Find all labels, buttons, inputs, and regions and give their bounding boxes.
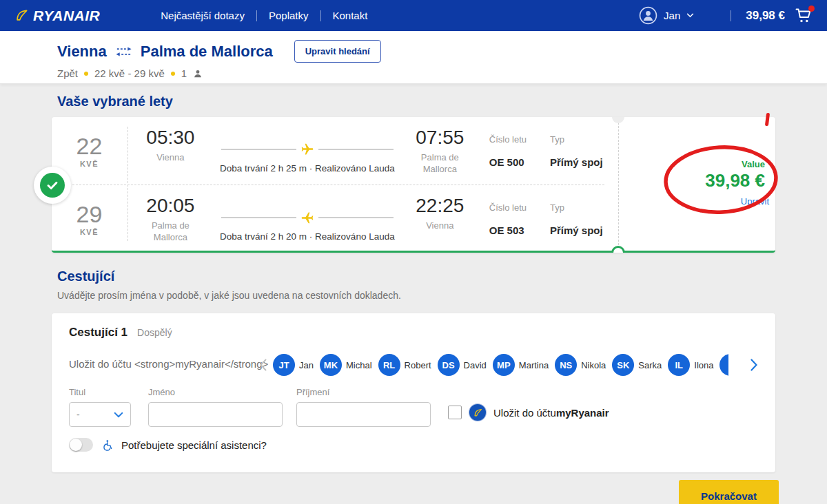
passenger-heading: Cestující 1 <box>69 326 127 339</box>
carousel-next-icon[interactable] <box>751 359 757 374</box>
save-account-checkbox[interactable] <box>448 406 462 419</box>
passengers-subtitle: Uvádějte prosím jména v podobě, v jaké j… <box>57 290 401 301</box>
top-bar-divider <box>731 10 731 21</box>
special-assistance-toggle[interactable] <box>69 438 93 452</box>
return-arrival-city: Vienna <box>409 220 471 232</box>
chevron-down-icon <box>114 412 123 418</box>
top-bar-right: Jan 39,98 € <box>639 6 812 25</box>
passenger-card: Cestující 1 Dospělý Uložit do účtu <stro… <box>52 313 775 472</box>
return-departure-time: 20:05 <box>132 196 209 216</box>
saved-passenger-chip[interactable]: MP Martina <box>493 354 549 376</box>
avatar: MK <box>320 354 342 376</box>
saved-passenger-chip[interactable]: JT Jan <box>273 354 314 376</box>
top-navigation-bar: RYANAIR Nejčastější dotazy Poplatky Kont… <box>0 0 827 31</box>
toggle-knob <box>70 439 82 451</box>
top-nav-links: Nejčastější dotazy Poplatky Kontakt <box>161 10 367 21</box>
carousel-prev-icon[interactable] <box>260 359 267 371</box>
outbound-flight-number: Číslo letu OE 500 <box>489 117 547 185</box>
return-route: Doba trvání 2 h 20 m · Realizováno Lauda <box>221 185 394 253</box>
nav-divider <box>320 10 321 21</box>
nav-divider <box>256 10 257 21</box>
route-title: Vienna Palma de Mallorca Upravit hledání <box>57 40 827 63</box>
passenger-count: 1 <box>181 67 187 79</box>
outbound-flight-type: Typ Přímý spoj <box>550 117 618 185</box>
saved-passenger-chip[interactable]: NS Nikola <box>555 354 606 376</box>
return-flight-number: Číslo letu OE 503 <box>489 185 547 253</box>
wheelchair-icon <box>101 439 113 451</box>
cart-total: 39,98 € <box>746 9 785 23</box>
first-name-label: Jméno <box>148 387 283 397</box>
return-flight-type: Typ Přímý spoj <box>550 185 618 253</box>
harp-icon <box>15 9 28 22</box>
avatar: SK <box>612 354 634 376</box>
outbound-duration: Doba trvání 2 h 25 m · Realizováno Lauda <box>220 163 395 174</box>
title-label: Titul <box>69 387 131 397</box>
outbound-route: Doba trvání 2 h 25 m · Realizováno Lauda <box>221 117 394 185</box>
trip-dates: 22 kvě - 29 kvě <box>94 67 165 79</box>
dot-separator <box>171 72 175 76</box>
outbound-departure-city: Vienna <box>139 152 201 164</box>
brand-name: RYANAIR <box>33 8 100 24</box>
return-departure-city: Palma de Mallorca <box>139 220 201 244</box>
outbound-departure-time: 05:30 <box>132 128 209 147</box>
outbound-arrival-city: Palma de Mallorca <box>409 152 471 176</box>
return-day: 29 <box>76 202 103 226</box>
outbound-day: 22 <box>76 134 103 158</box>
price-divider <box>618 123 619 245</box>
nav-link-faq[interactable]: Nejčastější dotazy <box>161 10 245 21</box>
saved-passenger-chip-partial <box>719 354 728 376</box>
trip-summary: Zpět 22 kvě - 29 kvě 1 <box>57 67 827 79</box>
plane-left-icon <box>300 211 314 224</box>
last-name-label: Příjmení <box>296 387 431 397</box>
passenger-type: Dospělý <box>137 327 172 338</box>
saved-passenger-chip[interactable]: DS David <box>438 354 487 376</box>
fare-edit-link[interactable]: Upravit <box>741 196 769 207</box>
annotation-red-tick <box>765 113 770 126</box>
trip-summary-bar: Vienna Palma de Mallorca Upravit hledání… <box>0 31 827 84</box>
last-name-input[interactable] <box>296 402 431 427</box>
return-date: 29 KVĚ <box>52 185 127 253</box>
cart-button[interactable] <box>795 8 812 24</box>
return-duration: Doba trvání 2 h 20 m · Realizováno Lauda <box>220 231 395 242</box>
outbound-flight-row: 22 KVĚ 05:30 Vienna Doba trvání 2 h 25 m… <box>52 117 618 185</box>
origin-city: Vienna <box>57 43 107 61</box>
outbound-arrival: 07:55 Palma de Mallorca <box>402 117 478 185</box>
myryanair-badge-icon <box>469 404 486 421</box>
selected-flights-card: 22 KVĚ 05:30 Vienna Doba trvání 2 h 25 m… <box>52 117 775 253</box>
first-name-input[interactable] <box>148 402 283 427</box>
return-flight-row: 29 KVĚ 20:05 Palma de Mallorca Doba trvá… <box>52 185 618 253</box>
avatar: RL <box>378 354 400 376</box>
avatar: IL <box>668 354 690 376</box>
dot-separator <box>84 72 88 76</box>
outbound-date: 22 KVĚ <box>52 117 127 185</box>
nav-link-fees[interactable]: Poplatky <box>269 10 309 21</box>
ryanair-logo[interactable]: RYANAIR <box>15 8 100 24</box>
continue-button[interactable]: Pokračovat <box>679 480 779 504</box>
avatar: NS <box>555 354 577 376</box>
fare-price: 39,98 € <box>705 170 765 191</box>
saved-passenger-chip[interactable]: SK Sarka <box>612 354 662 376</box>
saved-passenger-chip[interactable]: MK Michal <box>320 354 372 376</box>
edit-search-button[interactable]: Upravit hledání <box>294 40 381 63</box>
chevron-down-icon <box>686 13 694 18</box>
return-departure: 20:05 Palma de Mallorca <box>132 185 209 253</box>
avatar: MP <box>493 354 515 376</box>
passenger-icon <box>193 69 203 78</box>
page: RYANAIR Nejčastější dotazy Poplatky Kont… <box>0 0 827 504</box>
outbound-departure: 05:30 Vienna <box>132 117 209 185</box>
saved-passenger-chip[interactable]: IL Ilona <box>668 354 713 376</box>
outbound-month: KVĚ <box>80 160 99 168</box>
avatar: JT <box>273 354 295 376</box>
return-month: KVĚ <box>80 228 99 236</box>
passengers-title: Cestující <box>57 269 114 284</box>
save-account-row-label: Uložit do účtu <strong>myRyanair</strong… <box>69 358 268 370</box>
saved-passenger-chip[interactable]: RL Robert <box>378 354 431 376</box>
return-arrival-time: 22:25 <box>402 196 478 216</box>
title-select[interactable]: - <box>69 402 131 427</box>
nav-link-contact[interactable]: Kontakt <box>333 10 368 21</box>
user-menu[interactable]: Jan <box>639 6 694 25</box>
special-assistance-label: Potřebujete speciální asistenci? <box>121 439 267 451</box>
fare-type-label: Value <box>742 159 765 169</box>
swap-arrows-icon <box>114 45 133 58</box>
user-name: Jan <box>664 10 680 21</box>
